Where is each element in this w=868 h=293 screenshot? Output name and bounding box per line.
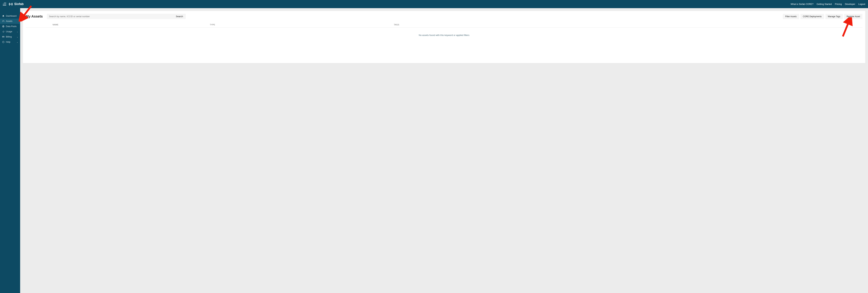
sidebar-item-label: Billing — [6, 36, 12, 38]
search-wrap: Search — [47, 14, 186, 19]
logo-icon — [8, 2, 13, 7]
home-icon — [2, 15, 4, 17]
empty-state-message: No assets found with this keyword or app… — [26, 28, 863, 43]
chevron-down-icon: ⌄ — [17, 41, 18, 43]
brand-logo[interactable]: Sixfab — [8, 2, 24, 7]
topbar-right-links: What is Sixfab CORE? Getting Started Pri… — [790, 3, 865, 5]
chevron-down-icon: ⌄ — [17, 31, 18, 33]
chevron-down-icon: ⌄ — [17, 36, 18, 38]
filter-assets-button[interactable]: Filter Assets — [783, 14, 799, 19]
register-asset-button[interactable]: Register Asset — [844, 14, 863, 19]
svg-point-0 — [10, 4, 11, 4]
search-input[interactable] — [47, 14, 173, 19]
assets-card: My Assets Search Filter Assets CORE Depl… — [23, 11, 865, 63]
sidebar-item-data-pools[interactable]: Data Pools — [0, 24, 20, 29]
card-header: My Assets Search Filter Assets CORE Depl… — [26, 14, 863, 19]
main-content: My Assets Search Filter Assets CORE Depl… — [20, 8, 868, 293]
menu-toggle-button[interactable] — [3, 3, 6, 5]
link-pricing[interactable]: Pricing — [835, 3, 842, 5]
page-title: My Assets — [26, 14, 43, 19]
sidebar-item-label: Assets — [6, 20, 12, 22]
core-deployments-button[interactable]: CORE Deployments — [801, 14, 824, 19]
card-icon — [2, 36, 4, 38]
sidebar-item-label: Help — [6, 41, 10, 43]
svg-text:?: ? — [3, 41, 4, 42]
manage-tags-button[interactable]: Manage Tags — [826, 14, 843, 19]
brand-name: Sixfab — [14, 2, 24, 6]
link-developer[interactable]: Developer — [845, 3, 855, 5]
table-header-row: NAME TYPE TAGS — [26, 22, 863, 28]
sidebar-item-label: Data Pools — [6, 25, 17, 28]
sidebar-item-assets[interactable]: Assets — [0, 19, 20, 24]
action-buttons: Filter Assets CORE Deployments Manage Ta… — [783, 14, 863, 19]
history-icon — [2, 30, 4, 33]
svg-rect-3 — [2, 36, 4, 37]
sidebar-item-billing[interactable]: Billing ⌄ — [0, 34, 20, 39]
link-what-is-core[interactable]: What is Sixfab CORE? — [790, 3, 813, 5]
column-header-tags: TAGS — [394, 24, 863, 26]
speedometer-icon — [2, 20, 4, 22]
sidebar-item-help[interactable]: ? Help ⌄ — [0, 39, 20, 44]
link-logout[interactable]: Logout — [858, 3, 865, 5]
column-header-name: NAME — [26, 24, 210, 26]
link-getting-started[interactable]: Getting Started — [817, 3, 832, 5]
column-header-type: TYPE — [210, 24, 394, 26]
sidebar-item-label: Usage — [6, 30, 12, 33]
topbar-left: Sixfab — [3, 2, 24, 7]
search-button[interactable]: Search — [173, 14, 186, 19]
globe-icon — [2, 25, 4, 28]
help-icon: ? — [2, 41, 4, 43]
sidebar-item-usage[interactable]: Usage ⌄ — [0, 29, 20, 34]
topbar: Sixfab What is Sixfab CORE? Getting Star… — [0, 0, 868, 8]
sidebar-item-label: Dashboard — [6, 15, 17, 17]
sidebar: Dashboard Assets Data Pools Usage ⌄ Bi — [0, 8, 20, 293]
sidebar-item-dashboard[interactable]: Dashboard — [0, 13, 20, 19]
